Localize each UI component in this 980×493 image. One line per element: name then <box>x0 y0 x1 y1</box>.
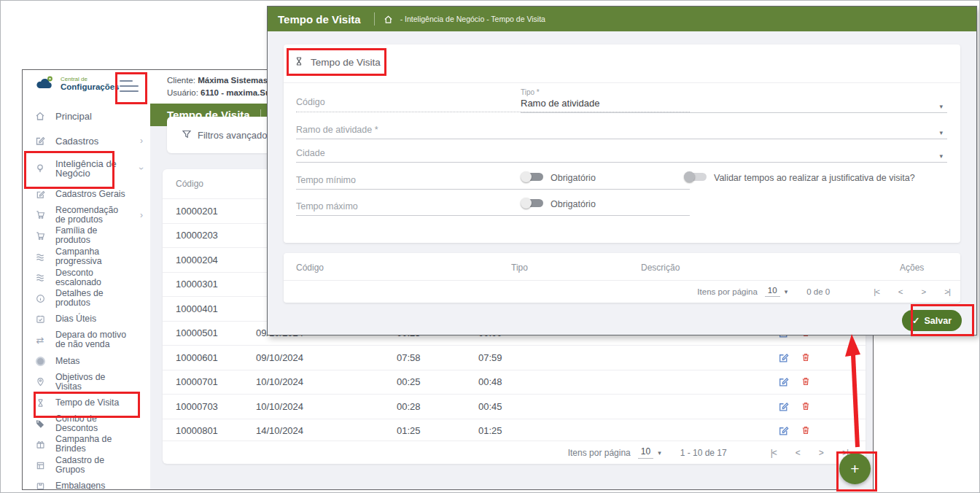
breadcrumb: - Inteligência de Negócio - Tempo de Vis… <box>400 15 545 23</box>
next-page-button[interactable]: > <box>922 287 926 296</box>
column-header-descricao: Descrição <box>641 263 680 273</box>
cell-codigo: 10000801 <box>163 425 256 436</box>
validar-tempos-label: Validar tempos ao realizar a justificati… <box>714 173 915 183</box>
home-breadcrumb-icon[interactable] <box>384 15 393 24</box>
caret-down-icon[interactable]: ▾ <box>658 449 661 457</box>
tempo-minimo-field[interactable] <box>296 175 690 190</box>
pin-icon <box>34 377 46 387</box>
first-page-button[interactable]: |< <box>771 448 777 458</box>
waves-icon <box>34 252 46 262</box>
sidebar-item-metas[interactable]: Metas <box>23 351 150 372</box>
add-button[interactable]: + <box>839 453 871 484</box>
cell-codigo: 10000601 <box>163 352 256 363</box>
cell-tempo-1: 01:25 <box>397 425 478 436</box>
plus-icon: + <box>850 460 859 478</box>
sidebar-item-cadastro-de-grupos[interactable]: Cadastro de Grupos <box>23 455 150 476</box>
cell-tempo-1: 00:25 <box>397 376 478 387</box>
edit-icon[interactable] <box>778 376 789 387</box>
calendar-check-icon <box>34 314 46 324</box>
table-row: 10000601 09/10/2024 07:58 07:59 <box>163 345 866 370</box>
grid-icon <box>34 461 46 470</box>
save-button-label: Salvar <box>924 316 952 326</box>
cell-tempo-2: 01:25 <box>478 425 778 436</box>
tempo-maximo-obrigatorio-toggle[interactable] <box>521 198 543 209</box>
overlay-page-header: Tempo de Visita - Inteligência de Negóci… <box>268 7 976 31</box>
save-button[interactable]: ✓ Salvar <box>902 310 962 331</box>
delete-icon[interactable] <box>801 352 811 363</box>
sidebar-item-detalhes-de-produtos[interactable]: Detalhes de produtos <box>23 288 150 309</box>
obrigatorio-label: Obrigatório <box>551 199 596 209</box>
cell-codigo: 10000301 <box>163 279 256 290</box>
lightbulb-icon <box>34 163 46 174</box>
column-header-acoes: Ações <box>900 263 924 273</box>
caret-down-icon[interactable]: ▾ <box>785 288 788 295</box>
sidebar-item-dias-uteis[interactable]: Dias Úteis <box>23 309 150 330</box>
home-icon <box>34 111 46 121</box>
sidebar-item-objetivos-de-visitas[interactable]: Objetivos de Visitas <box>23 371 150 392</box>
sidebar-item-desconto-escalonado[interactable]: Desconto escalonado <box>23 267 150 288</box>
table-row: 10000801 14/10/2024 01:25 01:25 <box>163 419 866 443</box>
chevron-down-icon: › <box>140 163 143 174</box>
hamburger-menu-icon[interactable] <box>120 77 140 96</box>
sidebar-item-familia-de-produtos[interactable]: Família de produtos <box>23 225 150 246</box>
delete-icon[interactable] <box>801 425 811 436</box>
sidebar-item-combo-de-descontos[interactable]: Combo de Descontos <box>23 414 150 435</box>
edit-icon[interactable] <box>778 352 789 363</box>
ramo-atividade-select[interactable] <box>296 125 947 139</box>
column-header-tipo: Tipo <box>511 263 528 273</box>
cell-data: 14/10/2024 <box>256 425 397 436</box>
info-icon <box>34 294 46 303</box>
caret-down-icon[interactable]: ▾ <box>939 129 943 136</box>
sidebar-item-campanha-de-brindes[interactable]: Campanha de Brindes <box>23 434 150 455</box>
package-icon <box>34 481 46 489</box>
tag-icon <box>34 419 46 429</box>
previous-page-button[interactable]: < <box>796 448 800 458</box>
sidebar-item-inteligencia-de-negocio[interactable]: Inteligência de Negócio › <box>23 153 150 184</box>
caret-down-icon[interactable]: ▾ <box>939 103 943 110</box>
overlay-results-table: Código Tipo Descrição Ações Itens por pá… <box>284 253 960 303</box>
delete-icon[interactable] <box>801 401 811 412</box>
next-page-button[interactable]: > <box>819 448 823 458</box>
sidebar-item-label: Metas <box>55 357 80 366</box>
sidebar-item-label: Combo de Descontos <box>55 414 132 433</box>
overlay-table-paginator: Itens por página 10 ▾ 0 de 0 |< < > >| <box>284 280 960 303</box>
cell-tempo-2: 00:45 <box>478 401 778 412</box>
sidebar-item-depara-motivo-nao-venda[interactable]: ⇄ Depara do motivo de não venda <box>23 330 150 351</box>
edit-icon[interactable] <box>778 401 789 412</box>
edit-icon[interactable] <box>778 425 789 436</box>
sidebar-item-label: Objetivos de Visitas <box>55 373 132 392</box>
main-table-paginator: Itens por página 10 ▾ 1 - 10 de 17 |< < … <box>163 440 866 464</box>
previous-page-button[interactable]: < <box>898 287 903 296</box>
hourglass-icon <box>294 56 304 69</box>
validar-tempos-toggle[interactable] <box>684 171 707 182</box>
form-section-title-label: Tempo de Visita <box>311 57 381 68</box>
tipo-select[interactable] <box>521 98 947 113</box>
tempo-minimo-obrigatorio-toggle[interactable] <box>521 171 543 182</box>
sidebar-item-recomendacao-de-produtos[interactable]: Recomendação de produtos › <box>23 205 150 226</box>
cell-codigo: 10000701 <box>163 376 256 387</box>
advanced-filters-label: Filtros avançados <box>198 130 272 141</box>
page-size-select[interactable]: 10 <box>638 446 653 459</box>
last-page-button[interactable]: >| <box>944 287 950 296</box>
delete-icon[interactable] <box>801 376 811 387</box>
target-icon <box>34 357 46 366</box>
first-page-button[interactable]: |< <box>874 287 879 296</box>
sidebar-item-embalagens[interactable]: Embalagens <box>23 475 150 489</box>
items-per-page-label: Itens por página <box>697 287 757 296</box>
sidebar-item-cadastros[interactable]: Cadastros › <box>23 128 150 153</box>
sidebar-item-label: Cadastro de Grupos <box>55 456 132 475</box>
cell-codigo: 10000401 <box>163 303 256 314</box>
sidebar-item-tempo-de-visita[interactable]: Tempo de Visita <box>23 392 150 414</box>
caret-down-icon[interactable]: ▾ <box>939 152 943 160</box>
column-header-codigo: Código <box>163 179 256 189</box>
page-size-select[interactable]: 10 <box>765 286 780 297</box>
cart-icon <box>34 231 46 241</box>
cell-tempo-1: 00:28 <box>397 401 478 412</box>
sidebar-item-principal[interactable]: Principal <box>23 104 150 128</box>
sidebar-item-cadastros-gerais[interactable]: Cadastros Gerais <box>23 184 150 205</box>
cart-icon <box>34 210 46 220</box>
sidebar-item-label: Depara do motivo de não venda <box>55 330 132 349</box>
tempo-maximo-field[interactable] <box>296 201 690 216</box>
sidebar-item-campanha-progressiva[interactable]: Campanha progressiva <box>23 246 150 268</box>
cidade-select[interactable] <box>296 148 947 163</box>
